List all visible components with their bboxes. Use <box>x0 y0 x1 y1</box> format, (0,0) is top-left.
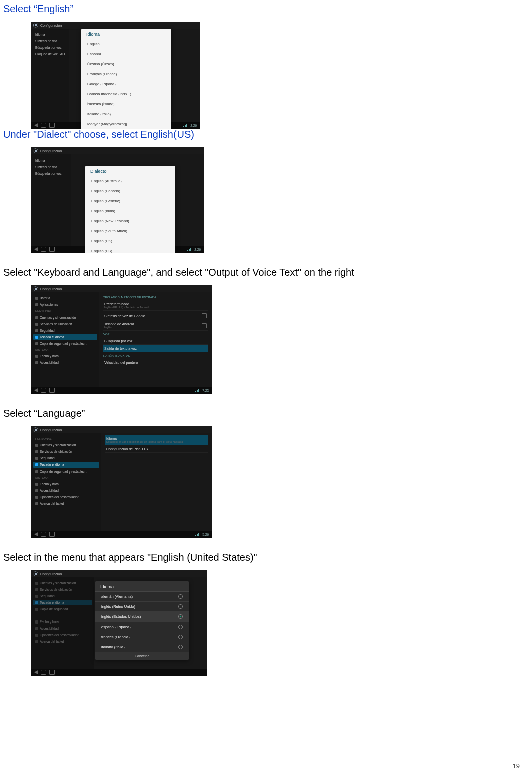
radio-icon <box>178 604 183 609</box>
back-icon[interactable] <box>34 670 38 674</box>
sync-icon <box>35 444 38 447</box>
window-title: Configuración <box>40 24 62 27</box>
sidebar-item-battery[interactable]: Batería <box>33 295 97 301</box>
sidebar-item-backup[interactable]: Copia de seguridad y restablec... <box>33 341 97 346</box>
dialog-title: Idioma <box>81 29 171 39</box>
recents-icon[interactable] <box>49 670 55 675</box>
sidebar-item: Servicios de ubicación <box>33 587 92 592</box>
dialog-cancel[interactable]: Cancelar <box>95 652 189 660</box>
list-item[interactable]: Galego (España) <box>81 79 171 89</box>
row-pico-tts[interactable]: Configuración de Pico TTS <box>105 446 208 453</box>
list-item[interactable]: Čeština (Česko) <box>81 59 171 69</box>
accessibility-icon <box>35 489 38 492</box>
clock: 5:26 <box>202 533 209 536</box>
tts-language-dialog: Idioma alemán (Alemania) inglés (Reino U… <box>95 581 189 660</box>
list-item[interactable]: English (India) <box>85 206 175 216</box>
list-item[interactable]: Magyar (Magyarország) <box>81 119 171 129</box>
wifi-icon <box>183 124 187 127</box>
sidebar-item-accessibility[interactable]: Accesibilidad <box>33 360 97 365</box>
row-android-kbd[interactable]: Teclado de AndroidInglés <box>103 321 208 331</box>
list-item[interactable]: English (US) <box>85 246 175 253</box>
list-item[interactable]: English (Generic) <box>85 196 175 206</box>
sidebar-item[interactable]: Idioma <box>33 158 69 163</box>
sidebar-item-security[interactable]: Seguridad <box>33 455 99 461</box>
list-item[interactable]: Français (France) <box>81 69 171 79</box>
window-titlebar: Configuración <box>31 22 200 29</box>
home-icon[interactable] <box>41 388 46 393</box>
sidebar-item-developer[interactable]: Opciones del desarrollador <box>33 494 99 500</box>
window-title: Configuración <box>40 149 62 153</box>
sync-icon <box>35 316 38 319</box>
sidebar-item[interactable]: Idioma <box>33 32 67 37</box>
backup-icon <box>35 608 38 611</box>
sidebar-item: Fecha y hora <box>33 619 92 625</box>
row-google-tts[interactable]: Síntesis de voz de Google <box>103 312 208 320</box>
settings-icon[interactable] <box>202 313 207 318</box>
sidebar-item: Opciones del desarrollador <box>33 632 92 638</box>
sidebar-item-location[interactable]: Servicios de ubicación <box>33 449 99 454</box>
keyboard-icon <box>35 601 38 604</box>
home-icon[interactable] <box>41 123 46 128</box>
sidebar-item-accounts[interactable]: Cuentas y sincronización <box>33 315 97 320</box>
list-item[interactable]: Íslenska (Ísland) <box>81 99 171 109</box>
list-item[interactable]: inglés (Reino Unido) <box>95 602 189 612</box>
row-text-to-speech[interactable]: Salida de texto a voz <box>103 345 208 352</box>
row-language[interactable]: IdiomaEstablece la voz específica de un … <box>105 435 208 445</box>
recents-icon[interactable] <box>49 247 55 252</box>
list-item[interactable]: English (New Zealand) <box>85 216 175 226</box>
sidebar-item[interactable]: Búsqueda por voz <box>33 171 69 176</box>
back-icon[interactable] <box>34 123 38 127</box>
sidebar-item-backup[interactable]: Copia de seguridad y restablec... <box>33 469 99 474</box>
back-icon[interactable] <box>34 532 38 536</box>
sidebar-item-location[interactable]: Servicios de ubicación <box>33 321 97 327</box>
list-item[interactable]: francés (Francia) <box>95 632 189 642</box>
sidebar-item[interactable]: Búsqueda por voz <box>33 45 67 50</box>
screenshot-3: Configuración Batería Aplicaciones PERSO… <box>31 285 212 394</box>
home-icon[interactable] <box>41 532 46 537</box>
sidebar-item-date[interactable]: Fecha y hora <box>33 481 99 487</box>
back-icon[interactable] <box>34 388 38 392</box>
sidebar-item-about[interactable]: Acerca del tablet <box>33 501 99 506</box>
back-icon[interactable] <box>34 247 38 251</box>
list-item[interactable]: alemán (Alemania) <box>95 592 189 602</box>
sidebar-item-accessibility[interactable]: Accesibilidad <box>33 488 99 493</box>
sidebar-item: Acerca del tablet <box>33 639 92 644</box>
sidebar-item-language[interactable]: Teclado e idioma <box>33 334 97 340</box>
list-item[interactable]: English <box>81 39 171 49</box>
list-item[interactable]: Español <box>81 49 171 59</box>
recents-icon[interactable] <box>49 388 55 393</box>
list-item[interactable]: English (Australia) <box>85 176 175 186</box>
clock: 7:23 <box>202 389 209 392</box>
wifi-icon <box>195 533 199 536</box>
sidebar-item-language[interactable]: Teclado e idioma <box>33 462 99 468</box>
section-head-keyboard: TECLADO Y MÉTODOS DE ENTRADA <box>103 294 208 300</box>
list-item[interactable]: English (UK) <box>85 236 175 246</box>
sidebar-item[interactable]: Bloqueo de voz · AO... <box>33 51 67 57</box>
list-item[interactable]: italiano (Italia) <box>95 642 189 652</box>
row-pointer-speed[interactable]: Velocidad del puntero <box>103 359 208 366</box>
list-item[interactable]: Bahasa Indonesia (Indo...) <box>81 89 171 99</box>
list-item[interactable]: español (España) <box>95 622 189 632</box>
sidebar-item-accounts[interactable]: Cuentas y sincronización <box>33 442 99 448</box>
list-item[interactable]: Italiano (Italia) <box>81 109 171 119</box>
home-icon[interactable] <box>41 670 46 675</box>
info-icon <box>35 502 38 505</box>
row-default[interactable]: PredeterminadoInglés (EE.UU.) · Teclado … <box>103 301 208 311</box>
sidebar-item-security[interactable]: Seguridad <box>33 328 97 333</box>
clock-icon <box>35 620 38 624</box>
list-item[interactable]: English (South Africa) <box>85 226 175 236</box>
list-item[interactable]: English (Canada) <box>85 186 175 196</box>
screenshot-4: Configuración PERSONAL Cuentas y sincron… <box>31 426 212 538</box>
sidebar-item-apps[interactable]: Aplicaciones <box>33 302 97 307</box>
sidebar-item[interactable]: Síntesis de voz <box>33 164 69 170</box>
list-item-selected[interactable]: inglés (Estados Unidos) <box>95 612 189 622</box>
recents-icon[interactable] <box>49 123 55 128</box>
settings-icon[interactable] <box>202 323 207 328</box>
row-voice-search[interactable]: Búsqueda por voz <box>103 338 208 345</box>
home-icon[interactable] <box>41 247 46 252</box>
sidebar-head-sistema: SISTEMA <box>33 475 99 480</box>
sidebar-item-date[interactable]: Fecha y hora <box>33 353 97 359</box>
instruction-5: Select in the menu that appears "English… <box>3 552 518 563</box>
sidebar-item[interactable]: Síntesis de voz <box>33 38 67 44</box>
recents-icon[interactable] <box>49 532 55 537</box>
